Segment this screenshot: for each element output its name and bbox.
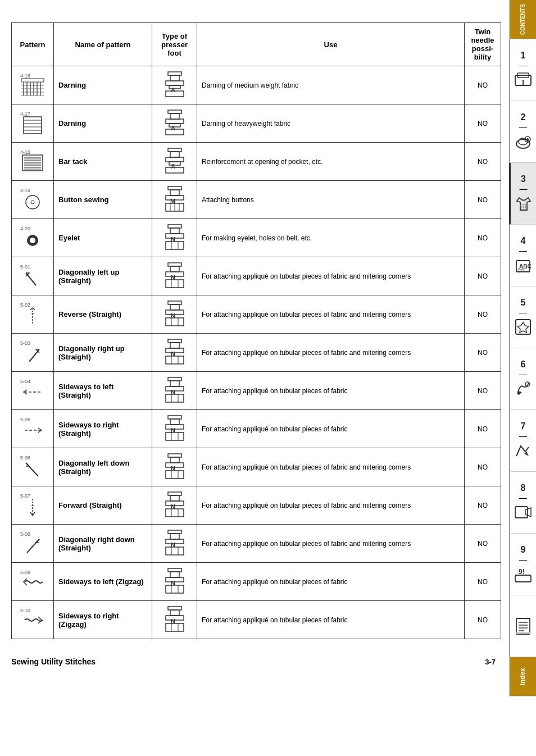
svg-rect-163: [166, 547, 184, 555]
svg-text:9!: 9!: [519, 568, 525, 576]
tab-8-dash: —: [519, 493, 527, 502]
tab-9[interactable]: 9 — 9!: [509, 534, 536, 595]
name-cell-8: Sideways to left (Straight): [54, 372, 152, 410]
table-row: 5-05 Sideways to right (Straight) N For …: [12, 410, 501, 448]
twin-cell-6: NO: [465, 295, 501, 334]
main-content: Pattern Name of pattern Type of presser …: [0, 0, 507, 650]
table-row: 5-07 Forward (Straight) N For attaching …: [12, 486, 501, 525]
tab-7[interactable]: 7 —: [509, 410, 536, 472]
svg-rect-74: [168, 186, 181, 190]
tab-2[interactable]: 2 —: [509, 101, 536, 163]
tab-3-dash: —: [520, 184, 528, 193]
stitch-table: Pattern Name of pattern Type of presser …: [11, 22, 501, 639]
svg-rect-19: [516, 618, 530, 634]
footer-title: Sewing Utility Stitches: [11, 657, 96, 666]
svg-rect-94: [168, 263, 181, 266]
pattern-cell-6: 5-02: [12, 295, 54, 334]
svg-text:5-07: 5-07: [20, 493, 30, 499]
tab-5[interactable]: 5 —: [509, 286, 536, 348]
svg-text:A: A: [171, 163, 175, 170]
header-use: Use: [197, 23, 465, 66]
tab-3[interactable]: 3 —: [509, 163, 536, 225]
svg-text:5-10: 5-10: [20, 608, 30, 613]
svg-rect-26: [21, 79, 44, 82]
presser-cell-12: N: [152, 525, 197, 563]
svg-rect-132: [170, 419, 179, 425]
tab-3-icon: [514, 193, 534, 213]
twin-cell-14: NO: [465, 601, 501, 639]
table-row: 4-18 Bar tack A Reinforcement at opening…: [12, 143, 501, 181]
use-cell-1: Darning of heavyweight fabric: [197, 104, 465, 143]
presser-cell-11: N: [152, 486, 197, 525]
use-cell-9: For attaching appliqué on tubular pieces…: [197, 410, 465, 448]
svg-rect-150: [168, 492, 181, 495]
svg-point-72: [26, 195, 39, 209]
presser-cell-9: N: [152, 410, 197, 448]
svg-text:4-20: 4-20: [20, 226, 30, 231]
svg-text:4-16: 4-16: [20, 73, 30, 79]
table-row: 4-20 Eyelet N For making eyelet, holes o…: [12, 219, 501, 257]
name-cell-4: Eyelet: [54, 219, 152, 257]
presser-cell-3: M: [152, 181, 197, 219]
tab-5-dash: —: [519, 308, 527, 317]
tab-8[interactable]: 8 —: [509, 472, 536, 534]
use-cell-8: For attaching appliqué on tubular pieces…: [197, 372, 465, 410]
tab-7-icon: [513, 440, 533, 461]
tab-index[interactable]: Index: [509, 657, 536, 696]
table-row: 5-06 Diagonally left down (Straight) N F…: [12, 448, 501, 486]
twin-cell-7: NO: [465, 334, 501, 372]
twin-cell-4: NO: [465, 219, 501, 257]
twin-cell-0: NO: [465, 66, 501, 104]
tab-9-num: 9: [521, 545, 526, 555]
svg-point-84: [30, 238, 35, 243]
svg-text:A: A: [171, 86, 175, 93]
svg-rect-176: [170, 610, 179, 616]
svg-text:4-19: 4-19: [20, 188, 30, 193]
svg-marker-14: [517, 322, 529, 333]
svg-rect-114: [170, 343, 179, 348]
use-cell-14: For attaching appliqué on tubular pieces…: [197, 601, 465, 639]
name-cell-2: Bar tack: [54, 143, 152, 181]
pattern-cell-14: 5-10: [12, 601, 54, 639]
svg-rect-144: [166, 471, 184, 479]
table-row: 5-08 Diagonally right down (Straight) N …: [12, 525, 501, 563]
svg-rect-167: [168, 568, 181, 572]
svg-rect-159: [168, 530, 181, 534]
tab-contents[interactable]: CONTENTS: [509, 0, 536, 39]
svg-text:5-03: 5-03: [20, 340, 30, 346]
tab-6[interactable]: 6 —: [509, 348, 536, 410]
use-cell-13: For attaching appliqué on tubular pieces…: [197, 563, 465, 601]
svg-text:5-04: 5-04: [20, 379, 30, 384]
table-row: 5-09 Sideways to left (Zigzag) N For att…: [12, 563, 501, 601]
twin-cell-5: NO: [465, 257, 501, 295]
svg-rect-179: [166, 623, 184, 631]
header-pattern: Pattern: [12, 23, 54, 66]
presser-cell-4: N: [152, 219, 197, 257]
tab-index-label: Index: [519, 668, 526, 685]
use-cell-3: Attaching buttons: [197, 181, 465, 219]
svg-rect-65: [168, 148, 181, 152]
svg-text:5-01: 5-01: [20, 264, 30, 270]
tab-1[interactable]: 1 —: [509, 39, 536, 101]
svg-rect-50: [170, 113, 179, 119]
use-cell-4: For making eyelet, holes on belt, etc.: [197, 219, 465, 257]
svg-text:4-17: 4-17: [20, 111, 30, 117]
tab-4[interactable]: 4 — ABC ⁴⁵⁶⁰: [509, 225, 536, 286]
pattern-cell-4: 4-20: [12, 219, 54, 257]
svg-rect-67: [166, 157, 184, 162]
use-cell-11: For attaching appliqué on tubular pieces…: [197, 486, 465, 525]
name-cell-11: Forward (Straight): [54, 486, 152, 525]
presser-cell-10: N: [152, 448, 197, 486]
twin-cell-3: NO: [465, 181, 501, 219]
tab-8-num: 8: [521, 483, 526, 493]
tab-1-num: 1: [521, 51, 526, 61]
svg-rect-39: [166, 81, 184, 85]
name-cell-12: Diagonally right down (Straight): [54, 525, 152, 563]
footer-page: 3-7: [485, 658, 496, 666]
tab-8-icon: [513, 502, 533, 522]
svg-rect-105: [170, 304, 179, 310]
use-cell-2: Reinforcement at opening of pocket, etc.: [197, 143, 465, 181]
presser-cell-14: N: [152, 601, 197, 639]
tab-notes[interactable]: [509, 595, 536, 657]
twin-cell-10: NO: [465, 448, 501, 486]
